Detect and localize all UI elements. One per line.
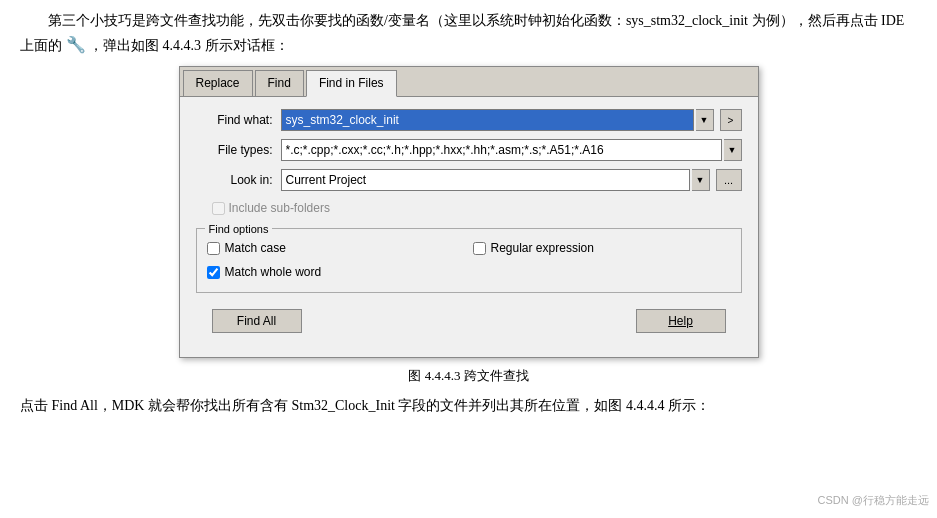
look-in-label: Look in:	[196, 171, 281, 190]
look-in-dropdown[interactable]: ▼	[692, 169, 710, 191]
dialog-body: Find what: ▼ > File types: ▼ Look in:	[180, 97, 758, 357]
watermark: CSDN @行稳方能走远	[818, 492, 929, 510]
match-case-option: Match case	[207, 239, 465, 258]
look-in-input-wrap: ▼ ...	[281, 169, 742, 191]
tab-replace[interactable]: Replace	[183, 70, 253, 96]
intro-text-2: ，弹出如图 4.4.4.3 所示对话框：	[89, 38, 289, 53]
bottom-text: 点击 Find All，MDK 就会帮你找出所有含有 Stm32_Clock_I…	[20, 398, 710, 413]
find-what-label: Find what:	[196, 111, 281, 130]
find-in-files-dialog: Replace Find Find in Files Find what: ▼ …	[179, 66, 759, 358]
file-types-input-wrap: ▼	[281, 139, 742, 161]
include-subfolders-label: Include sub-folders	[212, 199, 330, 218]
file-types-label: File types:	[196, 141, 281, 160]
find-what-dropdown[interactable]: ▼	[696, 109, 714, 131]
bottom-paragraph: 点击 Find All，MDK 就会帮你找出所有含有 Stm32_Clock_I…	[20, 395, 917, 417]
figure-caption: 图 4.4.4.3 跨文件查找	[20, 366, 917, 387]
match-case-label: Match case	[225, 239, 286, 258]
match-case-checkbox[interactable]	[207, 242, 220, 255]
look-in-row: Look in: ▼ ...	[196, 169, 742, 191]
file-types-dropdown[interactable]: ▼	[724, 139, 742, 161]
dialog-container: Replace Find Find in Files Find what: ▼ …	[20, 66, 917, 358]
find-options-legend: Find options	[205, 221, 273, 239]
find-what-go-btn[interactable]: >	[720, 109, 742, 131]
tab-find[interactable]: Find	[255, 70, 304, 96]
intro-paragraph: 第三个小技巧是跨文件查找功能，先双击你要找的函数/变量名（这里以系统时钟初始化函…	[20, 10, 917, 58]
file-types-row: File types: ▼	[196, 139, 742, 161]
find-what-row: Find what: ▼ >	[196, 109, 742, 131]
include-subfolders-row: Include sub-folders	[212, 199, 742, 218]
options-grid: Match case Regular expression Match whol…	[207, 239, 731, 281]
regular-expression-checkbox[interactable]	[473, 242, 486, 255]
regular-expression-option: Regular expression	[473, 239, 731, 258]
match-whole-word-checkbox[interactable]	[207, 266, 220, 279]
find-all-button[interactable]: Find All	[212, 309, 302, 333]
tab-bar: Replace Find Find in Files	[180, 67, 758, 97]
dialog-footer: Find All Help	[196, 303, 742, 345]
regular-expression-label: Regular expression	[491, 239, 594, 258]
match-whole-word-label: Match whole word	[225, 263, 322, 282]
tab-find-in-files[interactable]: Find in Files	[306, 70, 397, 97]
look-in-browse-btn[interactable]: ...	[716, 169, 742, 191]
match-whole-word-option: Match whole word	[207, 263, 465, 282]
find-options-group: Find options Match case Regular expressi…	[196, 228, 742, 292]
include-subfolders-text: Include sub-folders	[229, 199, 330, 218]
find-what-input-wrap: ▼ >	[281, 109, 742, 131]
gear-icon: 🔧	[66, 36, 86, 53]
find-what-input[interactable]	[281, 109, 694, 131]
include-subfolders-checkbox[interactable]	[212, 202, 225, 215]
file-types-input[interactable]	[281, 139, 722, 161]
look-in-input[interactable]	[281, 169, 690, 191]
help-button[interactable]: Help	[636, 309, 726, 333]
